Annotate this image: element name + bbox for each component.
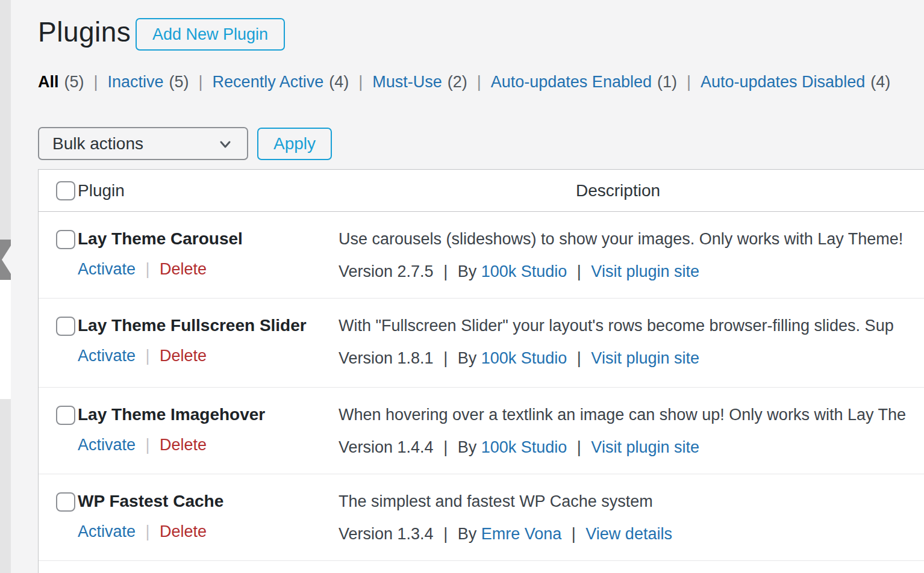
action-separator: |: [146, 347, 150, 365]
row-actions: Activate | Delete: [78, 259, 339, 279]
plugin-row-lay-theme-fullscreen-slider: Lay Theme Fullscreen Slider Activate | D…: [39, 299, 924, 388]
plugin-description: The simplest and fastest WP Cache system: [339, 491, 924, 512]
column-header-description: Description: [339, 181, 924, 200]
filter-inactive[interactable]: Inactive (5): [108, 73, 189, 91]
author-link[interactable]: 100k Studio: [481, 349, 567, 367]
select-plugin-checkbox[interactable]: [56, 230, 75, 249]
column-header-plugin: Plugin: [78, 181, 339, 200]
left-edge-white-gap: [0, 280, 11, 399]
add-new-plugin-button[interactable]: Add New Plugin: [136, 18, 285, 51]
plugin-name: Lay Theme Imagehover: [78, 404, 339, 425]
filter-recently-active[interactable]: Recently Active (4): [213, 73, 349, 91]
select-plugin-checkbox[interactable]: [56, 317, 75, 336]
plugin-version: Version 1.4.4: [339, 438, 434, 456]
author-link[interactable]: 100k Studio: [481, 438, 567, 456]
activate-link[interactable]: Activate: [78, 522, 136, 540]
author-link[interactable]: 100k Studio: [481, 262, 567, 280]
select-plugin-checkbox[interactable]: [56, 406, 75, 425]
apply-button[interactable]: Apply: [257, 128, 332, 160]
filter-separator: |: [477, 73, 481, 91]
visit-plugin-site-link[interactable]: Visit plugin site: [591, 262, 699, 280]
plugin-name: WP Fastest Cache: [78, 491, 339, 512]
plugin-version: Version 1.3.4: [339, 525, 434, 543]
bulk-actions-select[interactable]: Bulk actions: [38, 127, 248, 160]
plugin-row-partial: [39, 561, 924, 573]
delete-link[interactable]: Delete: [160, 347, 207, 365]
plugin-meta: Version 2.7.5 | By 100k Studio | Visit p…: [339, 262, 924, 282]
plugins-admin-page: Plugins Add New Plugin All (5) | Inactiv…: [11, 0, 924, 573]
row-actions: Activate | Delete: [78, 435, 339, 455]
plugins-table: Plugin Description Lay Theme Carousel Ac…: [38, 169, 924, 573]
back-chevron-tab: [0, 240, 11, 280]
visit-plugin-site-link[interactable]: Visit plugin site: [591, 438, 699, 456]
plugin-row-wp-fastest-cache: WP Fastest Cache Activate | Delete The s…: [39, 474, 924, 561]
activate-link[interactable]: Activate: [78, 260, 136, 278]
action-separator: |: [146, 436, 150, 454]
row-actions: Activate | Delete: [78, 522, 339, 542]
plugin-version: Version 2.7.5: [339, 262, 434, 280]
table-header-row: Plugin Description: [39, 170, 924, 212]
activate-link[interactable]: Activate: [78, 347, 136, 365]
view-details-link[interactable]: View details: [585, 525, 672, 543]
plugin-meta: Version 1.4.4 | By 100k Studio | Visit p…: [339, 438, 924, 457]
filter-separator: |: [199, 73, 203, 91]
delete-link[interactable]: Delete: [160, 522, 207, 540]
filter-auto-updates-disabled[interactable]: Auto-updates Disabled (4): [701, 73, 890, 91]
plugin-row-lay-theme-imagehover: Lay Theme Imagehover Activate | Delete W…: [39, 388, 924, 474]
filter-auto-updates-enabled[interactable]: Auto-updates Enabled (1): [491, 73, 677, 91]
delete-link[interactable]: Delete: [160, 260, 207, 278]
action-separator: |: [146, 522, 150, 540]
plugin-row-lay-theme-carousel: Lay Theme Carousel Activate | Delete Use…: [39, 212, 924, 299]
page-title: Plugins: [38, 16, 131, 48]
row-actions: Activate | Delete: [78, 346, 339, 366]
chevron-down-icon: [217, 135, 234, 152]
plugin-description: When hovering over a textlink an image c…: [339, 404, 924, 425]
filter-must-use[interactable]: Must-Use (2): [372, 73, 467, 91]
author-link[interactable]: Emre Vona: [481, 525, 562, 543]
action-separator: |: [146, 260, 150, 278]
plugin-meta: Version 1.8.1 | By 100k Studio | Visit p…: [339, 348, 924, 368]
visit-plugin-site-link[interactable]: Visit plugin site: [591, 349, 699, 367]
filter-all[interactable]: All (5): [38, 73, 84, 91]
delete-link[interactable]: Delete: [160, 436, 207, 454]
filter-separator: |: [687, 73, 691, 91]
filter-separator: |: [94, 73, 98, 91]
plugin-status-filters: All (5) | Inactive (5) | Recently Active…: [38, 73, 890, 91]
plugin-meta: Version 1.3.4 | By Emre Vona | View deta…: [339, 524, 924, 544]
filter-separator: |: [358, 73, 363, 91]
select-all-checkbox[interactable]: [56, 181, 75, 200]
left-edge-strip: [0, 0, 11, 573]
plugin-name: Lay Theme Carousel: [78, 229, 339, 249]
plugin-description: Use carousels (slideshows) to show your …: [339, 229, 924, 249]
plugin-name: Lay Theme Fullscreen Slider: [78, 315, 339, 336]
plugin-version: Version 1.8.1: [339, 349, 434, 367]
select-plugin-checkbox[interactable]: [56, 492, 75, 512]
plugin-description: With "Fullscreen Slider" your layout's r…: [339, 315, 924, 336]
activate-link[interactable]: Activate: [78, 436, 136, 454]
